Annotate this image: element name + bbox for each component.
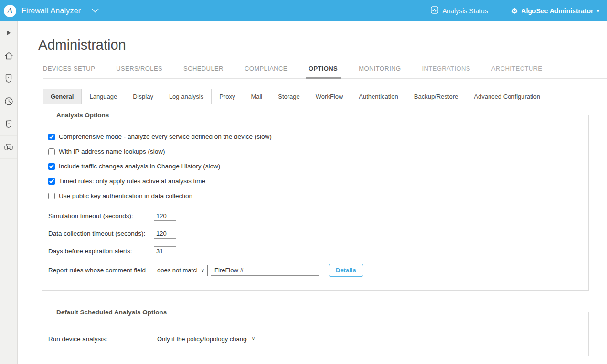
home-icon [4,52,13,60]
subtab-mail[interactable]: Mail [243,89,270,104]
report-rules-label: Report rules whose comment field [48,267,154,274]
comprehensive-mode-row[interactable]: Comprehensive mode - analyze every servi… [48,133,579,140]
tab-users-roles[interactable]: USERS/ROLES [116,65,162,72]
options-subtabs: General Language Display Log analysis Pr… [43,89,607,104]
tab-scheduler[interactable]: SCHEDULER [183,65,224,72]
sidebar-item-history[interactable] [0,90,17,113]
sidebar [0,21,18,364]
timed-rules-label: Timed rules: only apply rules active at … [59,177,205,185]
public-key-auth-row[interactable]: Use public key authentication in data co… [48,192,579,199]
subtab-general[interactable]: General [43,89,82,104]
expiration-alerts-input[interactable] [154,246,176,256]
user-caret-icon: ▾ [596,8,599,14]
analysis-status-label: Analysis Status [442,7,488,15]
expiration-alerts-label: Days before expiration alerts: [48,248,154,255]
subtab-language[interactable]: Language [82,89,125,104]
sidebar-item-home[interactable] [0,44,17,67]
analysis-status-icon [431,6,438,15]
sidebar-item-device-groups[interactable] [0,136,17,159]
run-analysis-select[interactable]: Only if the policy/topology changed [154,333,258,344]
data-collection-timeout-row: Data collection timeout (seconds): [48,229,579,239]
comment-match-select[interactable]: does not match [154,265,208,276]
report-device-icon [4,120,13,129]
timed-rules-checkbox[interactable] [48,178,55,185]
subtab-display[interactable]: Display [125,89,161,104]
public-key-auth-label: Use public key authentication in data co… [59,192,192,199]
analysis-options-panel: Analysis Options Comprehensive mode - an… [42,112,589,291]
ip-lookups-label: With IP address name lookups (slow) [59,148,165,155]
tab-options[interactable]: OPTIONS [309,65,338,72]
clock-icon [4,97,13,106]
user-menu[interactable]: ⚙ AlgoSec Administrator ▾ [501,7,599,15]
public-key-auth-checkbox[interactable] [48,193,55,199]
timed-rules-row[interactable]: Timed rules: only apply rules active at … [48,177,579,185]
ip-lookups-row[interactable]: With IP address name lookups (slow) [48,148,579,155]
expiration-alerts-row: Days before expiration alerts: [48,246,579,256]
comprehensive-mode-checkbox[interactable] [48,134,55,140]
run-analysis-row: Run device analysis: Only if the policy/… [48,333,579,344]
traffic-changes-label: Include traffic changes analysis in Chan… [59,163,220,170]
sidebar-item-reports[interactable] [0,113,17,136]
simulation-timeout-label: Simulation timeout (seconds): [48,212,154,219]
tab-architecture[interactable]: ARCHITECTURE [491,65,543,72]
ip-lookups-checkbox[interactable] [48,148,55,155]
brand-title: Firewall Analyzer [21,7,81,15]
device-group-icon [4,143,13,151]
admin-tabs: DEVICES SETUP USERS/ROLES SCHEDULER COMP… [43,65,607,79]
run-select-wrap: Only if the policy/topology changed [154,333,258,344]
page-title: Administration [38,37,607,53]
analysis-options-legend: Analysis Options [53,112,113,119]
scheduled-options-panel: Default Scheduled Analysis Options Run d… [42,309,589,356]
subtab-advanced-configuration[interactable]: Advanced Configuration [466,89,548,104]
data-collection-timeout-label: Data collection timeout (seconds): [48,230,154,237]
simulation-timeout-row: Simulation timeout (seconds): [48,211,579,221]
run-analysis-label: Run device analysis: [48,335,154,343]
expand-arrow-icon [6,30,11,36]
scheduled-options-legend: Default Scheduled Analysis Options [53,309,170,316]
tab-integrations[interactable]: INTEGRATIONS [422,65,470,72]
traffic-changes-row[interactable]: Include traffic changes analysis in Chan… [48,163,579,170]
subtab-authentication[interactable]: Authentication [351,89,406,104]
subtab-workflow[interactable]: WorkFlow [308,89,351,104]
simulation-timeout-input[interactable] [154,211,176,221]
data-collection-timeout-input[interactable] [154,229,176,239]
tab-compliance[interactable]: COMPLIANCE [245,65,288,72]
subtab-proxy[interactable]: Proxy [212,89,243,104]
algosec-logo-icon: A [4,5,16,17]
report-rules-row: Report rules whose comment field does no… [48,264,579,277]
user-name: AlgoSec Administrator [521,7,593,15]
chevron-down-icon[interactable] [92,9,99,13]
comment-pattern-input[interactable] [211,265,319,276]
sidebar-expand-button[interactable] [0,21,17,44]
top-bar: A Firewall Analyzer Analysis Status ⚙ Al… [0,0,607,21]
tab-devices-setup[interactable]: DEVICES SETUP [43,65,95,72]
match-select-wrap: does not match [154,265,208,276]
traffic-changes-checkbox[interactable] [48,163,55,170]
analysis-status-button[interactable]: Analysis Status [431,6,501,15]
subtab-storage[interactable]: Storage [270,89,308,104]
sidebar-item-devices[interactable] [0,67,17,90]
brand[interactable]: A Firewall Analyzer [0,5,99,17]
comprehensive-mode-label: Comprehensive mode - analyze every servi… [59,133,272,140]
details-button[interactable]: Details [329,264,363,277]
device-icon [4,74,13,83]
main-content: Administration DEVICES SETUP USERS/ROLES… [18,21,607,364]
gear-icon: ⚙ [511,7,518,14]
subtab-log-analysis[interactable]: Log analysis [161,89,212,104]
subtab-backup-restore[interactable]: Backup/Restore [406,89,467,104]
tab-monitoring[interactable]: MONITORING [359,65,401,72]
